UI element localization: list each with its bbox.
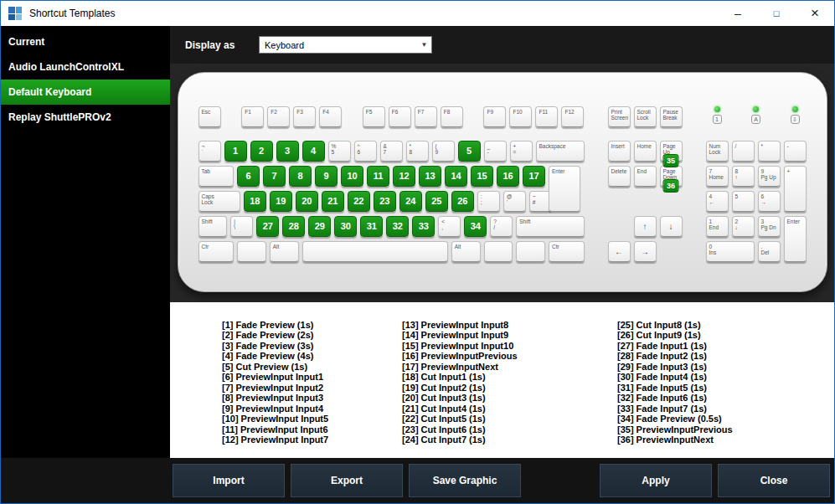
key-blank[interactable]: /: [732, 141, 755, 162]
key-blank[interactable]: _ -: [484, 141, 507, 162]
key-insert[interactable]: Insert: [608, 141, 631, 162]
key-tab[interactable]: Tab: [198, 166, 235, 187]
key-7-home[interactable]: 7 Home: [706, 166, 729, 187]
key-f6[interactable]: F6: [389, 106, 411, 127]
key-numpad-plus[interactable]: +: [784, 166, 807, 212]
key-end[interactable]: End: [634, 166, 657, 187]
key-1-end[interactable]: 1 End: [706, 216, 729, 237]
key-shortcut-23[interactable]: 23: [374, 191, 396, 212]
key-shortcut-10[interactable]: 10: [341, 166, 363, 187]
key-9[interactable]: ( 9: [432, 141, 455, 162]
key-backspace[interactable]: Backspace: [536, 141, 585, 162]
key-right-alt[interactable]: Alt: [451, 241, 481, 262]
key-page-up[interactable]: Page Up35: [660, 141, 683, 162]
key-shortcut-22[interactable]: 22: [348, 191, 370, 212]
key-5[interactable]: % 5: [328, 141, 351, 162]
key-4[interactable]: 4 ←: [706, 191, 729, 212]
key-blank[interactable]: | \: [230, 216, 253, 237]
key-num-lock[interactable]: Num Lock: [706, 141, 729, 162]
key-shortcut-4[interactable]: 4: [302, 141, 325, 162]
key-shortcut-24[interactable]: 24: [399, 191, 422, 212]
key-shortcut-20[interactable]: 20: [296, 191, 318, 212]
key-shortcut-28[interactable]: 28: [282, 216, 305, 237]
key-shortcut-12[interactable]: 12: [393, 166, 415, 187]
key-blank[interactable]: + =: [510, 141, 533, 162]
key-f8[interactable]: F8: [441, 106, 463, 127]
key-right-shift[interactable]: Shift: [516, 216, 584, 237]
sidebar-item-audio-launchcontrolxl[interactable]: Audio LaunchControlXL: [1, 54, 170, 80]
key-f1[interactable]: F1: [241, 106, 264, 127]
key-enter[interactable]: Enter: [549, 166, 580, 212]
key-left-alt[interactable]: Alt: [270, 241, 299, 262]
apply-button[interactable]: Apply: [600, 464, 712, 497]
key-f10[interactable]: F10: [509, 106, 532, 127]
key-shortcut-33[interactable]: 33: [412, 216, 435, 237]
key-shortcut-11[interactable]: 11: [367, 166, 389, 187]
key-3-pg-dn[interactable]: 3 Pg Dn: [758, 216, 781, 237]
save-graphic-button[interactable]: Save Graphic: [409, 464, 521, 497]
key-shortcut-30[interactable]: 30: [334, 216, 357, 237]
key-left-ctrl[interactable]: Ctr: [198, 241, 235, 262]
sidebar-item-replay-shuttleprov2[interactable]: Replay ShuttlePROv2: [1, 105, 170, 130]
key-right-ctrl[interactable]: Ctr: [549, 241, 585, 262]
key-shortcut-17[interactable]: 17: [523, 166, 545, 187]
close-button[interactable]: ×: [796, 1, 834, 26]
key-shortcut-27[interactable]: 27: [256, 216, 279, 237]
key-arrow-left[interactable]: ←: [608, 241, 631, 262]
key-scroll-lock[interactable]: Scroll Lock: [634, 106, 657, 127]
key-9-pg-up[interactable]: 9 Pg Up: [758, 166, 781, 187]
key-shortcut-18[interactable]: 18: [244, 191, 266, 212]
key-shortcut-25[interactable]: 25: [425, 191, 448, 212]
key-f4[interactable]: F4: [319, 106, 342, 127]
key-shortcut-2[interactable]: 2: [250, 141, 273, 162]
key-shortcut-13[interactable]: 13: [419, 166, 441, 187]
key-esc[interactable]: Esc: [198, 106, 221, 127]
key-shortcut-34[interactable]: 34: [464, 216, 487, 237]
key-numpad-enter[interactable]: Enter: [784, 216, 807, 262]
key-2[interactable]: 2 ↓: [732, 216, 755, 237]
export-button[interactable]: Export: [291, 464, 403, 497]
key-shortcut-21[interactable]: 21: [322, 191, 344, 212]
key-f9[interactable]: F9: [483, 106, 506, 127]
key-f12[interactable]: F12: [561, 106, 584, 127]
key-caps-lock[interactable]: Caps Lock: [198, 191, 240, 212]
sidebar-item-current[interactable]: Current: [1, 29, 170, 54]
key-space[interactable]: [302, 241, 448, 262]
key-6[interactable]: 6 →: [758, 191, 781, 212]
key-shortcut-19[interactable]: 19: [270, 191, 292, 212]
key-shortcut-32[interactable]: 32: [386, 216, 409, 237]
key-8[interactable]: 8 ↑: [732, 166, 755, 187]
import-button[interactable]: Import: [173, 464, 285, 497]
key-page-down[interactable]: Page Down36: [660, 166, 683, 187]
key-f2[interactable]: F2: [267, 106, 290, 127]
key-blank[interactable]: ? /: [490, 216, 513, 237]
key-shortcut-15[interactable]: 15: [471, 166, 493, 187]
key-blank[interactable]: ¬ `: [198, 141, 221, 162]
maximize-button[interactable]: □: [757, 1, 796, 26]
key-7[interactable]: & 7: [380, 141, 403, 162]
key-numpad-0[interactable]: 0 Ins: [706, 241, 755, 262]
key-arrow-up[interactable]: ↑: [634, 216, 657, 237]
key-shortcut-14[interactable]: 14: [445, 166, 467, 187]
key-shortcut-29[interactable]: 29: [308, 216, 331, 237]
key-blank[interactable]: < ,: [438, 216, 461, 237]
key-home[interactable]: Home: [634, 141, 657, 162]
key-shortcut-5[interactable]: 5: [458, 141, 481, 162]
close-button[interactable]: Close: [718, 464, 830, 497]
display-as-select[interactable]: Keyboard ▼: [259, 36, 432, 54]
key-menu[interactable]: [516, 241, 545, 262]
key-5[interactable]: 5: [732, 191, 755, 212]
key-print-screen[interactable]: Print Screen: [608, 106, 631, 127]
minimize-button[interactable]: –: [719, 1, 757, 26]
key-f11[interactable]: F11: [535, 106, 558, 127]
key-right-win[interactable]: [484, 241, 513, 262]
key-left-win[interactable]: [237, 241, 266, 262]
key-shortcut-8[interactable]: 8: [289, 166, 312, 187]
key-numpad-decimal[interactable]: . Del: [758, 241, 781, 262]
key-shortcut-31[interactable]: 31: [360, 216, 383, 237]
key-blank[interactable]: *: [758, 141, 781, 162]
key-pause-break[interactable]: Pause Break: [660, 106, 683, 127]
sidebar-item-default-keyboard[interactable]: Default Keyboard: [1, 80, 170, 105]
key-arrow-right[interactable]: →: [634, 241, 657, 262]
key-shortcut-7[interactable]: 7: [263, 166, 286, 187]
